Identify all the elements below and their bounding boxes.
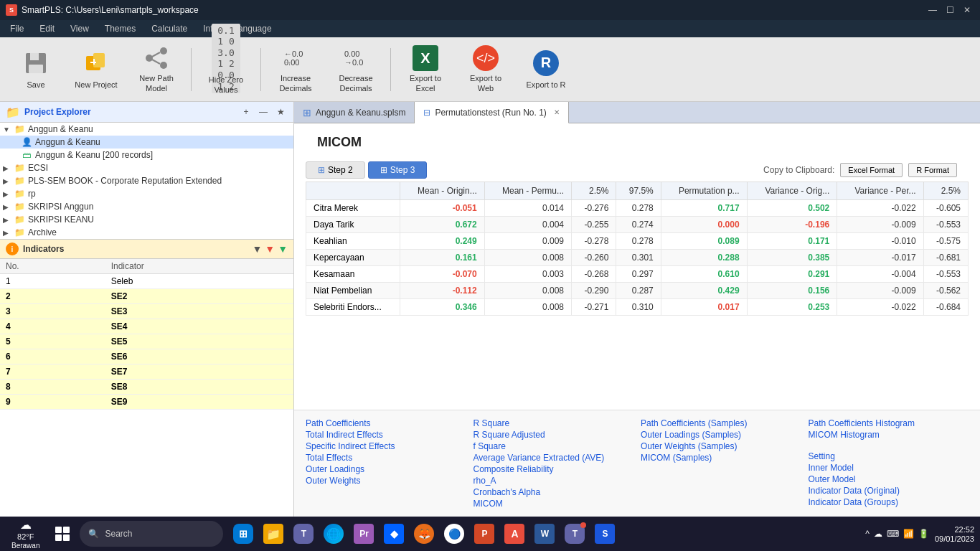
taskbar-app-firefox[interactable]: 🦊	[410, 517, 438, 551]
explorer-minus-btn[interactable]: ―	[256, 105, 270, 119]
titlebar-controls[interactable]: ― ☐ ✕	[925, 3, 974, 17]
link-composite[interactable]: Composite Reliability	[473, 463, 634, 475]
indicator-row[interactable]: 8SE8	[0, 380, 293, 395]
link-r-square[interactable]: R Square	[473, 418, 634, 429]
decrease-decimals-button[interactable]: 0.00 →0.0 Decrease Decimals	[327, 42, 385, 98]
export-r-button[interactable]: R Export to R	[517, 42, 575, 98]
svg-point-8	[160, 47, 167, 55]
taskbar-app-premiere[interactable]: Pr	[349, 517, 378, 551]
taskbar-app-store[interactable]: ⊞	[229, 517, 258, 551]
toolbar-divider-2	[260, 48, 261, 91]
close-button[interactable]: ✕	[960, 3, 974, 17]
link-outer-weights[interactable]: Outer Weights	[306, 475, 466, 486]
export-excel-button[interactable]: X Export to Excel	[397, 42, 454, 98]
indicator-row[interactable]: 7SE7	[0, 364, 293, 380]
save-button[interactable]: Save	[7, 42, 65, 98]
link-cronbach[interactable]: Cronbach's Alpha	[473, 486, 634, 498]
tab-anggun-keanu[interactable]: ⊞ Anggun & Keanu.splsm	[294, 102, 415, 123]
export-web-button[interactable]: </> Export to Web	[457, 42, 514, 98]
tab-permutationstest[interactable]: ⊟ Permutationstest (Run No. 1) ✕	[415, 102, 568, 123]
tree-item-skripsi-anggun[interactable]: ▶ 📁 SKRIPSI Anggun	[0, 200, 293, 213]
hide-zero-values-button[interactable]: 0.1 1 03.0 1 20.0 1 2 Hide Zero Values	[197, 42, 255, 98]
link-rho[interactable]: rho_A	[473, 475, 634, 486]
tree-item-anggun-keanu-data[interactable]: 🗃 Anggun & Keanu [200 records]	[0, 149, 293, 161]
taskbar-app-dropbox[interactable]: ◆	[380, 517, 408, 551]
tree-item-ecsi[interactable]: ▶ 📁 ECSI	[0, 161, 293, 174]
link-micom-histogram[interactable]: MICOM Histogram	[809, 429, 969, 441]
minimize-button[interactable]: ―	[925, 3, 940, 17]
taskbar-app-teams2[interactable]: T	[560, 517, 589, 551]
tree-item-rp[interactable]: ▶ 📁 rp	[0, 187, 293, 200]
indicator-row[interactable]: 3SE3	[0, 304, 293, 319]
tab-close-perm[interactable]: ✕	[554, 108, 560, 116]
link-setting[interactable]: Setting	[809, 451, 969, 462]
filter-btn-3[interactable]: ▼	[278, 243, 288, 255]
new-project-button[interactable]: New Project	[67, 42, 125, 98]
maximize-button[interactable]: ☐	[943, 3, 957, 17]
menu-edit[interactable]: Edit	[32, 22, 62, 35]
menu-view[interactable]: View	[63, 22, 96, 35]
indicator-row[interactable]: 9SE9	[0, 395, 293, 410]
explorer-header: 📁 Project Explorer + ― ★	[0, 102, 293, 123]
link-path-histogram[interactable]: Path Coefficients Histogram	[809, 418, 969, 429]
link-indicator-data-original[interactable]: Indicator Data (Original)	[809, 485, 969, 496]
filter-btn-2[interactable]: ▼	[265, 243, 275, 255]
increase-decimals-button[interactable]: ←0.0 0.00 → Increase Decimals	[267, 42, 324, 98]
link-inner-model[interactable]: Inner Model	[809, 462, 969, 474]
filter-btn-1[interactable]: ▼	[252, 243, 262, 255]
taskbar-app-edge[interactable]: 🌐	[319, 517, 348, 551]
link-path-samples[interactable]: Path Coefficients (Samples)	[641, 418, 801, 429]
menu-themes[interactable]: Themes	[98, 22, 143, 35]
link-outer-model[interactable]: Outer Model	[809, 474, 969, 485]
link-path-coefficients[interactable]: Path Coefficients	[306, 418, 466, 429]
step2-tab[interactable]: ⊞ Step 2	[306, 161, 365, 179]
link-f-square[interactable]: f Square	[473, 441, 634, 452]
explorer-add-btn[interactable]: +	[239, 105, 253, 119]
link-ave[interactable]: Average Variance Extracted (AVE)	[473, 452, 634, 463]
tree-item-pls-sem[interactable]: ▶ 📁 PLS-SEM BOOK - Corporate Reputation …	[0, 174, 293, 187]
excel-format-button[interactable]: Excel Format	[840, 163, 903, 177]
link-total-effects[interactable]: Total Effects	[306, 452, 466, 463]
link-micom-samples[interactable]: MICOM (Samples)	[641, 452, 801, 463]
taskbar-time[interactable]: 22:52 09/01/2023	[935, 525, 974, 543]
step3-tab[interactable]: ⊞ Step 3	[368, 161, 428, 179]
indicator-no: 6	[0, 349, 105, 364]
taskbar-app-smartpls[interactable]: S	[590, 517, 619, 551]
taskbar-app-explorer[interactable]: 📁	[259, 517, 288, 551]
taskbar-app-chrome[interactable]: 🔵	[440, 517, 468, 551]
link-outer-weights-samples[interactable]: Outer Weights (Samples)	[641, 441, 801, 452]
indicator-row[interactable]: 4SE4	[0, 319, 293, 334]
indicator-row[interactable]: 5SE5	[0, 334, 293, 349]
tree-item-archive[interactable]: ▶ 📁 Archive	[0, 226, 293, 239]
taskbar-right: ^ ☁ ⌨ 📶 🔋 22:52 09/01/2023	[865, 525, 974, 543]
indicator-row[interactable]: 2SE2	[0, 289, 293, 304]
menu-file[interactable]: File	[3, 22, 31, 35]
start-button[interactable]	[48, 519, 77, 548]
chevron-up-icon[interactable]: ^	[865, 529, 870, 539]
taskbar-app-teams[interactable]: T	[289, 517, 318, 551]
menu-calculate[interactable]: Calculate	[144, 22, 194, 35]
taskbar-app-acrobat[interactable]: A	[500, 517, 529, 551]
indicator-label: SE4	[105, 319, 293, 334]
taskbar-app-powerpoint[interactable]: P	[470, 517, 499, 551]
taskbar-search[interactable]: 🔍 Search	[80, 521, 223, 547]
r-format-button[interactable]: R Format	[908, 163, 957, 177]
link-indicator-data-groups[interactable]: Indicator Data (Groups)	[809, 496, 969, 508]
micom-var-perm: -0.022	[837, 200, 923, 217]
weather-icon: ☁	[20, 518, 32, 532]
indicator-row[interactable]: 1Seleb	[0, 274, 293, 289]
tree-item-anggun-keanu[interactable]: ▼ 📁 Anggun & Keanu	[0, 123, 293, 136]
tree-item-anggun-keanu-file[interactable]: 👤 Anggun & Keanu	[0, 136, 293, 149]
new-path-model-button[interactable]: New Path Model	[128, 42, 185, 98]
link-outer-loadings-samples[interactable]: Outer Loadings (Samples)	[641, 429, 801, 441]
link-r-square-adj[interactable]: R Square Adjusted	[473, 429, 634, 441]
link-total-indirect[interactable]: Total Indirect Effects	[306, 429, 466, 441]
micom-data-row: Selebriti Endors... 0.346 0.008 -0.271 0…	[306, 299, 969, 316]
taskbar-app-word[interactable]: W	[530, 517, 559, 551]
link-specific-indirect[interactable]: Specific Indirect Effects	[306, 441, 466, 452]
tree-item-skripsi-keanu[interactable]: ▶ 📁 SKRIPSI KEANU	[0, 213, 293, 226]
link-outer-loadings[interactable]: Outer Loadings	[306, 463, 466, 475]
indicator-row[interactable]: 6SE6	[0, 349, 293, 364]
link-micom[interactable]: MICOM	[473, 498, 634, 509]
explorer-star-btn[interactable]: ★	[273, 105, 288, 119]
